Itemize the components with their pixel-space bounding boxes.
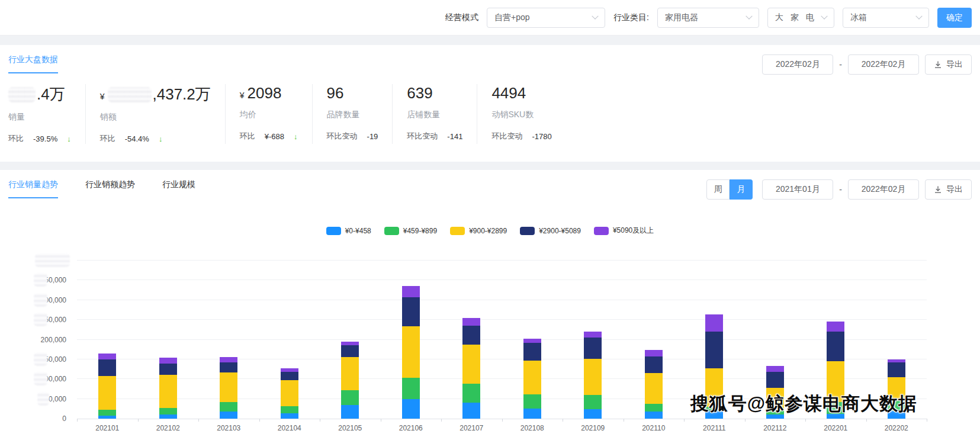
category-select-1[interactable]: 家用电器 bbox=[657, 8, 759, 28]
legend-item[interactable]: ¥0-¥458 bbox=[326, 226, 371, 236]
bar-segment-¥459-¥899 bbox=[584, 395, 602, 409]
arrow-down-icon: ↓ bbox=[294, 132, 298, 141]
x-axis-tick bbox=[320, 419, 320, 422]
x-axis-tick bbox=[805, 419, 806, 422]
bar-segment-¥2900-¥5089 bbox=[98, 359, 116, 376]
mode-select-value: 自营+pop bbox=[494, 12, 530, 23]
legend-item[interactable]: ¥900-¥2899 bbox=[450, 226, 507, 236]
export-label: 导出 bbox=[946, 59, 963, 70]
bar-segment-¥2900-¥5089 bbox=[705, 332, 723, 368]
bar-group bbox=[462, 318, 480, 419]
overview-card: 行业大盘数据 2022年02月 - 2022年02月 导出 .4万销量环比-39… bbox=[0, 45, 980, 162]
x-axis-tick bbox=[441, 419, 442, 422]
stat-value: 4494 bbox=[491, 84, 551, 102]
stat-change-row: 环比变动-19 bbox=[327, 131, 378, 142]
x-axis-label: 202105 bbox=[329, 424, 371, 432]
gridline bbox=[77, 300, 927, 300]
bar-segment-¥0-¥458 bbox=[220, 412, 237, 419]
top-filter-bar: 经营模式 自营+pop 行业类目: 家用电器 大 家 电 冰箱 确定 bbox=[0, 0, 980, 36]
stat-change-value: -39.5% bbox=[33, 134, 57, 143]
category-select-2[interactable]: 大 家 电 bbox=[767, 8, 834, 28]
overview-export-button[interactable]: 导出 bbox=[925, 54, 972, 75]
tab-sales-amount-trend[interactable]: 行业销额趋势 bbox=[85, 179, 135, 198]
x-axis-tick bbox=[866, 419, 867, 422]
bar-segment-¥900-¥2899 bbox=[523, 361, 541, 394]
bar-segment-¥0-¥458 bbox=[402, 399, 420, 419]
y-axis-label-text: 150,000 bbox=[41, 355, 66, 364]
bar-group bbox=[159, 358, 177, 419]
mode-label: 经营模式 bbox=[445, 12, 478, 23]
stat-value: ¥,437.2万 bbox=[100, 84, 211, 105]
category-select-3[interactable]: 冰箱 bbox=[843, 8, 929, 28]
overview-date-from-input[interactable]: 2022年02月 bbox=[762, 54, 833, 75]
bar-segment-¥0-¥458 bbox=[341, 405, 359, 419]
bar-segment-¥459-¥899 bbox=[341, 390, 359, 404]
stat-label: 均价 bbox=[240, 110, 298, 120]
bar-segment-¥5090及以上 bbox=[827, 322, 844, 332]
legend-swatch bbox=[450, 227, 465, 235]
gridline bbox=[77, 359, 927, 359]
stat-value-text: ,437.2万 bbox=[153, 84, 211, 105]
y-axis-label-text: 50,000 bbox=[44, 395, 66, 403]
tab-industry-overview[interactable]: 行业大盘数据 bbox=[8, 54, 58, 73]
bar-segment-¥459-¥899 bbox=[645, 404, 663, 412]
gridline bbox=[77, 260, 927, 261]
legend-item[interactable]: ¥5090及以上 bbox=[594, 226, 654, 236]
bar-segment-¥459-¥899 bbox=[98, 410, 116, 416]
legend-item[interactable]: ¥459-¥899 bbox=[384, 226, 437, 236]
trend-date-to-input[interactable]: 2022年02月 bbox=[848, 179, 919, 200]
stat-change-row: 环比-54.4%↓ bbox=[100, 133, 211, 144]
gridline bbox=[77, 339, 927, 340]
y-axis-label: 100,000 bbox=[0, 375, 66, 383]
bar-group bbox=[645, 350, 663, 419]
bar-group bbox=[523, 339, 541, 419]
bar-group bbox=[281, 368, 298, 419]
stats-row: .4万销量环比-39.5%↓¥,437.2万销额环比-54.4%↓¥2098均价… bbox=[0, 75, 980, 162]
mode-select[interactable]: 自营+pop bbox=[487, 8, 605, 28]
category-select-2-value: 大 家 电 bbox=[775, 12, 817, 23]
bar-segment-¥0-¥458 bbox=[98, 416, 116, 419]
date-range-separator: - bbox=[839, 185, 842, 194]
bar-segment-¥0-¥458 bbox=[281, 413, 298, 419]
stat-change-value: -1780 bbox=[532, 132, 551, 141]
y-axis-label: 200,000 bbox=[0, 336, 66, 344]
stat-change-label: 环比 bbox=[8, 133, 24, 144]
bar-segment-¥2900-¥5089 bbox=[402, 297, 420, 326]
x-axis-tick bbox=[684, 419, 685, 422]
trend-date-from-input[interactable]: 2021年01月 bbox=[762, 179, 833, 200]
category-select-3-value: 冰箱 bbox=[850, 12, 867, 23]
bar-segment-¥2900-¥5089 bbox=[766, 372, 784, 388]
bar-segment-¥5090及以上 bbox=[705, 314, 723, 331]
legend-item[interactable]: ¥2900-¥5089 bbox=[520, 226, 581, 236]
bar-segment-¥5090及以上 bbox=[159, 358, 177, 364]
y-axis-label-text: 400,000 bbox=[41, 256, 66, 265]
chevron-down-icon bbox=[592, 12, 598, 19]
bar-segment-¥900-¥2899 bbox=[584, 359, 602, 395]
chevron-down-icon bbox=[915, 12, 922, 19]
tab-industry-scale[interactable]: 行业规模 bbox=[162, 179, 195, 198]
stat-change-value: -19 bbox=[367, 132, 378, 141]
tab-sales-volume-trend[interactable]: 行业销量趋势 bbox=[8, 179, 58, 198]
legend-swatch bbox=[594, 227, 609, 235]
stat-value-text: 639 bbox=[407, 84, 432, 102]
period-month-button[interactable]: 月 bbox=[730, 179, 753, 200]
y-axis-label-text: 250,000 bbox=[41, 316, 66, 324]
censored-blur bbox=[34, 372, 48, 385]
stat-value-text: 4494 bbox=[491, 84, 526, 102]
bar-segment-¥5090及以上 bbox=[766, 366, 784, 372]
censored-blur bbox=[34, 313, 48, 326]
stat-block: 96品牌数量环比变动-19 bbox=[312, 84, 393, 144]
stat-change-row: 环比¥-688↓ bbox=[240, 131, 298, 142]
x-axis-label: 202103 bbox=[208, 424, 249, 432]
stat-block: ¥,437.2万销额环比-54.4%↓ bbox=[85, 84, 225, 144]
bar-segment-¥2900-¥5089 bbox=[281, 372, 298, 380]
period-week-button[interactable]: 周 bbox=[706, 179, 730, 200]
confirm-button[interactable]: 确定 bbox=[937, 8, 972, 28]
period-toggle: 周 月 bbox=[706, 179, 753, 200]
bar-segment-¥900-¥2899 bbox=[341, 357, 359, 390]
download-icon bbox=[934, 185, 942, 194]
overview-date-to-input[interactable]: 2022年02月 bbox=[848, 54, 919, 75]
stat-value: ¥2098 bbox=[240, 84, 298, 102]
bar-segment-¥459-¥899 bbox=[462, 384, 480, 403]
trend-export-button[interactable]: 导出 bbox=[925, 179, 972, 200]
